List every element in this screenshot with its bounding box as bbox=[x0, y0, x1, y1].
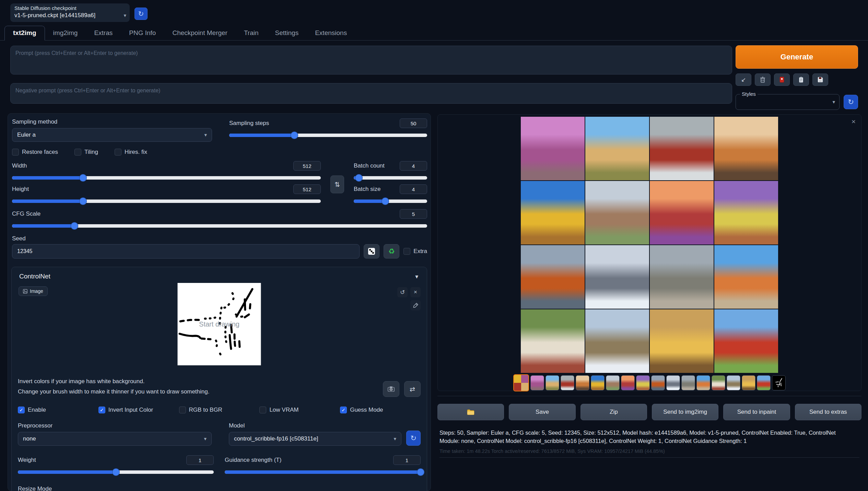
tab-extras[interactable]: Extras bbox=[86, 26, 121, 40]
gallery-close-button[interactable]: × bbox=[852, 117, 856, 126]
sampling-method-dropdown[interactable]: Euler a ▾ bbox=[12, 128, 212, 142]
invert-input-color-checkbox[interactable]: Invert Input Color bbox=[98, 407, 179, 413]
clear-prompt-button[interactable] bbox=[755, 73, 771, 86]
random-seed-button[interactable] bbox=[364, 244, 379, 259]
seed-input[interactable] bbox=[12, 244, 360, 259]
guess-mode-checkbox[interactable]: Guess Mode bbox=[340, 407, 421, 413]
thumbnail-image[interactable] bbox=[576, 375, 589, 390]
gallery-image[interactable] bbox=[521, 181, 585, 244]
checkpoint-refresh-button[interactable]: ↻ bbox=[134, 8, 148, 20]
thumbnail-image[interactable] bbox=[727, 375, 740, 390]
checkpoint-dropdown[interactable]: v1-5-pruned.ckpt [e1441589a6] ▾ bbox=[14, 12, 126, 19]
tab-png-info[interactable]: PNG Info bbox=[121, 26, 164, 40]
tab-txt2img[interactable]: txt2img bbox=[4, 26, 45, 41]
tab-checkpoint-merger[interactable]: Checkpoint Merger bbox=[164, 26, 236, 40]
send-to-extras-button[interactable]: Send to extras bbox=[795, 404, 861, 420]
hires-fix-checkbox[interactable]: Hires. fix bbox=[115, 149, 147, 156]
width-slider[interactable] bbox=[12, 176, 321, 180]
gallery-image[interactable] bbox=[521, 117, 585, 180]
rgb-to-bgr-checkbox[interactable]: RGB to BGR bbox=[179, 407, 260, 413]
gallery-image[interactable] bbox=[650, 309, 714, 373]
thumbnail-image[interactable] bbox=[621, 375, 635, 390]
seed-extra-checkbox[interactable]: Extra bbox=[403, 248, 427, 255]
gallery-image[interactable] bbox=[585, 309, 649, 373]
gallery-image[interactable] bbox=[585, 245, 649, 309]
gallery-image[interactable] bbox=[521, 309, 585, 373]
gallery-image[interactable] bbox=[650, 245, 714, 309]
preprocessor-dropdown[interactable]: none ▾ bbox=[18, 432, 212, 446]
thumbnail-image[interactable] bbox=[561, 375, 574, 390]
cfg-scale-slider[interactable] bbox=[12, 224, 427, 228]
guidance-strength-slider[interactable] bbox=[225, 470, 421, 474]
thumbnail-image[interactable] bbox=[742, 375, 755, 390]
thumbnail-image[interactable] bbox=[530, 375, 544, 390]
tab-settings[interactable]: Settings bbox=[267, 26, 307, 40]
controlnet-accordion-header[interactable]: ControlNet ▼ bbox=[18, 267, 421, 282]
brush-button[interactable] bbox=[410, 300, 421, 310]
thumbnail-image[interactable] bbox=[696, 375, 710, 390]
batch-size-input[interactable] bbox=[400, 184, 427, 194]
batch-size-slider[interactable] bbox=[354, 199, 427, 203]
extra-networks-button[interactable] bbox=[774, 73, 790, 86]
sampling-steps-slider[interactable] bbox=[229, 134, 427, 137]
clear-image-button[interactable]: × bbox=[410, 287, 421, 297]
sampling-steps-input[interactable] bbox=[400, 118, 427, 128]
width-input[interactable] bbox=[293, 161, 321, 171]
model-refresh-button[interactable]: ↻ bbox=[406, 431, 421, 446]
gallery-image[interactable] bbox=[714, 181, 778, 244]
styles-refresh-button[interactable]: ↻ bbox=[844, 95, 858, 109]
thumbnail-image[interactable] bbox=[606, 375, 620, 390]
gallery-image[interactable] bbox=[714, 309, 778, 373]
gallery-image[interactable] bbox=[714, 117, 778, 180]
thumbnail-image[interactable] bbox=[712, 375, 725, 390]
thumbnail-image[interactable] bbox=[591, 375, 605, 390]
tab-train[interactable]: Train bbox=[236, 26, 267, 40]
send-to-inpaint-button[interactable]: Send to inpaint bbox=[723, 404, 790, 420]
low-vram-checkbox[interactable]: Low VRAM bbox=[259, 407, 340, 413]
save-button[interactable]: Save bbox=[509, 404, 575, 420]
controlnet-model-dropdown[interactable]: control_scribble-fp16 [c508311e] ▾ bbox=[229, 432, 401, 446]
thumbnail-image[interactable] bbox=[546, 375, 559, 390]
undo-button[interactable]: ↺ bbox=[397, 287, 408, 297]
batch-count-slider[interactable] bbox=[354, 176, 427, 180]
reuse-seed-button[interactable]: ♻ bbox=[384, 244, 399, 259]
cfg-scale-input[interactable] bbox=[400, 209, 427, 219]
thumbnail-image[interactable] bbox=[636, 375, 650, 390]
gallery-image[interactable] bbox=[521, 245, 585, 309]
send-to-img2img-button[interactable]: Send to img2img bbox=[652, 404, 718, 420]
tab-extensions[interactable]: Extensions bbox=[307, 26, 355, 40]
controlnet-enable-checkbox[interactable]: Enable bbox=[18, 407, 98, 413]
height-slider[interactable] bbox=[12, 199, 321, 203]
webcam-button[interactable] bbox=[383, 381, 399, 397]
zip-button[interactable]: Zip bbox=[580, 404, 647, 420]
gallery-image[interactable] bbox=[714, 245, 778, 309]
tiling-checkbox[interactable]: Tiling bbox=[74, 149, 98, 156]
save-style-button[interactable] bbox=[812, 73, 828, 86]
apply-styles-button[interactable] bbox=[793, 73, 809, 86]
thumbnail-image[interactable] bbox=[651, 375, 665, 390]
paste-params-button[interactable]: ↙ bbox=[736, 73, 751, 86]
weight-slider[interactable] bbox=[18, 470, 214, 474]
gallery-image[interactable] bbox=[585, 181, 649, 244]
negative-prompt-input[interactable] bbox=[10, 83, 732, 104]
styles-dropdown[interactable]: Styles ▾ bbox=[736, 94, 840, 110]
scribble-canvas[interactable]: Start drawing bbox=[178, 283, 261, 365]
restore-faces-checkbox[interactable]: Restore faces bbox=[12, 149, 58, 156]
thumbnail-image[interactable] bbox=[681, 375, 695, 390]
guidance-strength-input[interactable] bbox=[393, 455, 421, 465]
prompt-input[interactable] bbox=[10, 46, 732, 75]
gallery-image[interactable] bbox=[650, 181, 714, 244]
gallery-image[interactable] bbox=[650, 117, 714, 180]
swap-width-height-button[interactable]: ⇅ bbox=[330, 175, 344, 193]
weight-input[interactable] bbox=[186, 455, 214, 465]
thumbnail-grid-selected[interactable] bbox=[513, 374, 529, 391]
generate-button[interactable]: Generate bbox=[736, 45, 858, 69]
controlnet-image-tab[interactable]: Image bbox=[19, 286, 48, 296]
height-input[interactable] bbox=[293, 184, 321, 194]
thumbnail-image[interactable] bbox=[757, 375, 771, 390]
tab-img2img[interactable]: img2img bbox=[45, 26, 86, 40]
thumbnail-image[interactable] bbox=[666, 375, 680, 390]
mirror-webcam-button[interactable]: ⇄ bbox=[404, 381, 421, 397]
open-folder-button[interactable] bbox=[437, 404, 504, 420]
batch-count-input[interactable] bbox=[400, 161, 427, 171]
